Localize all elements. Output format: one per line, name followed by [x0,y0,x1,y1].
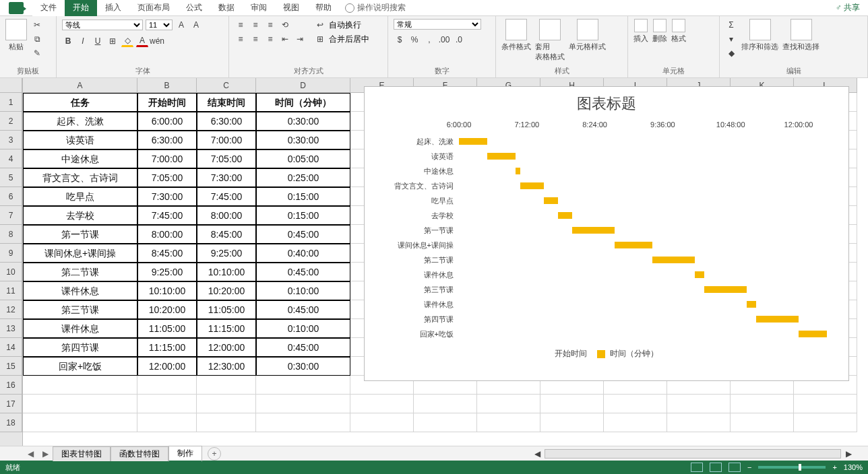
select-all-corner[interactable] [0,78,22,93]
menu-tellme[interactable]: 操作说明搜索 [340,0,411,16]
cell[interactable]: 7:05:00 [197,149,256,168]
cell[interactable]: 10:10:00 [137,281,197,300]
row-header-13[interactable]: 13 [0,319,22,338]
row-header-2[interactable]: 2 [0,112,22,131]
cell[interactable]: 7:00:00 [137,149,197,168]
cell[interactable] [197,376,256,395]
cell[interactable]: 任务 [23,93,137,112]
row-header-8[interactable]: 8 [0,225,22,244]
fill-color-button[interactable]: ◇ [121,35,133,47]
col-header-D[interactable]: D [256,78,350,93]
cell[interactable]: 0:30:00 [256,112,350,131]
row-header-1[interactable]: 1 [0,93,22,112]
cell[interactable]: 第二节课 [23,263,137,281]
cell[interactable] [23,395,137,413]
cell[interactable]: 回家+吃饭 [23,357,137,376]
cell[interactable] [414,395,477,413]
sheet-tab-2[interactable]: 函数甘特图 [111,446,168,461]
row-header-5[interactable]: 5 [0,168,22,187]
cell[interactable]: 背文言文、古诗词 [23,168,137,187]
cell[interactable]: 7:30:00 [197,168,256,187]
row-header-9[interactable]: 9 [0,244,22,263]
format-cells-button[interactable]: 格式 [671,19,686,44]
number-format-select[interactable]: 常规 [394,19,481,30]
tab-nav-prev[interactable]: ◀ [26,449,35,459]
align-right-button[interactable]: ≡ [264,33,276,45]
increase-decimal-button[interactable]: .00 [438,34,450,46]
row-header-17[interactable]: 17 [0,395,22,413]
font-color-button[interactable]: A [136,35,148,47]
cell[interactable]: 9:25:00 [197,244,256,263]
scroll-right-button[interactable]: ▶ [842,448,855,460]
cell[interactable]: 0:30:00 [256,357,350,376]
increase-font-button[interactable]: A [175,19,187,31]
decrease-font-button[interactable]: A [190,19,202,31]
cell[interactable]: 10:10:00 [197,263,256,281]
cell[interactable]: 8:45:00 [137,244,197,263]
row-header-7[interactable]: 7 [0,206,22,225]
cell[interactable] [540,413,604,432]
sheet-tab-1[interactable]: 图表甘特图 [53,446,111,461]
row-header-10[interactable]: 10 [0,263,22,281]
cell[interactable] [350,395,414,413]
delete-cells-button[interactable]: 删除 [652,19,667,44]
cell-style-button[interactable]: 单元格样式 [569,19,606,52]
cell[interactable]: 第一节课 [23,225,137,244]
view-page-break-button[interactable] [728,463,741,472]
add-sheet-button[interactable]: + [208,447,221,461]
tab-nav-next[interactable]: ▶ [40,449,50,459]
italic-button[interactable]: I [77,35,89,47]
cell[interactable]: 8:00:00 [137,225,197,244]
format-painter-button[interactable]: ✎ [31,47,43,59]
cell[interactable]: 11:15:00 [137,338,197,357]
cell[interactable]: 7:30:00 [137,187,197,206]
cell[interactable]: 0:45:00 [256,338,350,357]
cell[interactable]: 课件休息 [23,319,137,338]
align-middle-button[interactable]: ≡ [249,19,261,31]
cell[interactable]: 课间休息+课间操 [23,244,137,263]
decrease-decimal-button[interactable]: .0 [453,34,465,46]
cell[interactable]: 中途休息 [23,149,137,168]
cell[interactable] [667,413,731,432]
row-header-3[interactable]: 3 [0,131,22,149]
zoom-slider[interactable] [758,466,826,469]
row-header-15[interactable]: 15 [0,357,22,376]
cell[interactable]: 课件休息 [23,281,137,300]
cell[interactable] [23,413,137,432]
row-header-4[interactable]: 4 [0,149,22,168]
menu-file[interactable]: 文件 [32,0,65,16]
underline-button[interactable]: U [92,35,104,47]
phonetic-button[interactable]: wén [151,35,163,47]
horizontal-scrollbar[interactable]: ◀ ▶ [531,448,868,460]
cell[interactable]: 12:30:00 [197,357,256,376]
cell[interactable] [137,413,197,432]
cell[interactable]: 0:10:00 [256,281,350,300]
indent-increase-button[interactable]: ⇥ [294,33,306,45]
cell[interactable] [197,395,256,413]
cell[interactable]: 0:40:00 [256,244,350,263]
cell[interactable] [604,413,667,432]
col-header-C[interactable]: C [197,78,256,93]
cell[interactable]: 11:05:00 [197,300,256,319]
align-center-button[interactable]: ≡ [249,33,261,45]
cell[interactable]: 9:25:00 [137,263,197,281]
conditional-format-button[interactable]: 条件格式 [501,19,531,52]
cell[interactable] [794,395,857,413]
view-normal-button[interactable] [691,463,703,472]
cell[interactable]: 0:05:00 [256,149,350,168]
row-header-18[interactable]: 18 [0,413,22,432]
menu-insert[interactable]: 插入 [97,0,129,16]
cell[interactable] [731,395,794,413]
cell[interactable]: 12:00:00 [197,338,256,357]
view-page-layout-button[interactable] [710,463,722,472]
sort-filter-button[interactable]: 排序和筛选 [741,19,778,52]
cell[interactable]: 吃早点 [23,187,137,206]
paste-button[interactable]: 粘贴 [5,19,27,52]
cell[interactable] [350,413,414,432]
cell[interactable]: 去学校 [23,206,137,225]
cell[interactable]: 10:20:00 [197,281,256,300]
gantt-chart[interactable]: 图表标题 6:00:007:12:008:24:009:36:0010:48:0… [364,86,849,381]
sheet-tab-3[interactable]: 制作 [168,446,202,462]
cell[interactable]: 8:00:00 [197,206,256,225]
row-header-11[interactable]: 11 [0,281,22,300]
